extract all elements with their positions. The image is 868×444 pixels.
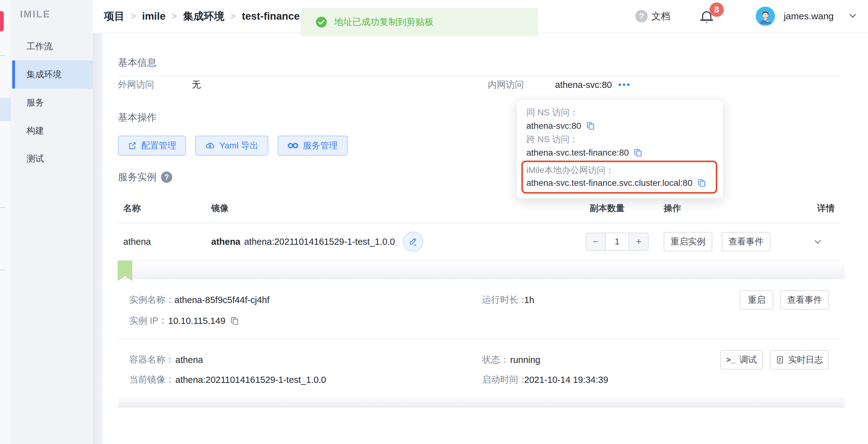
- external-access-value: 无: [192, 78, 201, 91]
- notification-badge: 8: [710, 2, 724, 17]
- breadcrumb: 项目 > imile > 集成环境 > test-finance: [104, 0, 300, 32]
- copy-same-ns-icon[interactable]: [586, 121, 596, 131]
- icon-rail: [0, 0, 11, 444]
- main-content: 基本信息 外网访问 无 内网访问 athena-svc:80 ••• 基本操作 …: [118, 0, 841, 444]
- breadcrumb-test-finance[interactable]: test-finance: [242, 10, 300, 22]
- user-menu-chevron-icon[interactable]: [847, 10, 858, 22]
- sidebar-item-integration-env[interactable]: 集成环境: [12, 61, 93, 89]
- same-ns-value: athena-svc:80: [526, 121, 581, 131]
- cross-ns-label: 跨 NS 访问：: [526, 133, 578, 145]
- instance-name-value: athena-85f9c5f44f-cj4hf: [175, 295, 270, 305]
- copy-cross-ns-icon[interactable]: [633, 148, 643, 158]
- live-logs-button[interactable]: 实时日志: [770, 350, 829, 370]
- restart-pod-button[interactable]: 重启: [740, 290, 773, 310]
- basic-info-row: 外网访问 无 内网访问 athena-svc:80 •••: [118, 76, 841, 94]
- button-label: 服务管理: [303, 140, 338, 151]
- sidebar-item-label: 服务: [27, 97, 44, 108]
- current-image-value: athena:20211014161529-1-test_1.0.0: [175, 375, 326, 385]
- local-access-highlight: iMile本地办公网访问： athena-svc.test-finance.sv…: [521, 161, 717, 194]
- app-logo: IMILE: [12, 0, 93, 20]
- breadcrumb-imile[interactable]: imile: [142, 10, 165, 22]
- row-actions: 重启实例 查看事件: [664, 232, 770, 251]
- sidebar-shadow: [93, 33, 103, 444]
- sidebar-menu: 工作流 集成环境 服务 构建 测试: [12, 32, 93, 173]
- sidebar-item-label: 构建: [27, 125, 44, 137]
- copy-success-toast: 地址已成功复制到剪贴板: [301, 8, 538, 36]
- container-name-value: athena: [175, 355, 203, 365]
- more-addresses-button[interactable]: •••: [618, 79, 631, 90]
- internal-access-value: athena-svc:80: [555, 80, 612, 90]
- sidebar-item-build[interactable]: 构建: [12, 116, 93, 145]
- sidebar-item-test[interactable]: 测试: [12, 145, 93, 173]
- brand-logo-mark: [0, 11, 4, 31]
- instance-name-label: 实例名称：: [129, 294, 175, 306]
- section-title-text: 基本操作: [118, 111, 157, 124]
- image-name-bold: athena: [211, 237, 240, 247]
- rail-divider: [0, 207, 5, 208]
- start-time-label: 启动时间：: [482, 374, 527, 386]
- debug-button[interactable]: >_ 调试: [720, 350, 763, 370]
- rail-divider: [0, 269, 5, 270]
- sidebar-item-label: 测试: [27, 153, 44, 165]
- col-name: 名称: [123, 202, 141, 214]
- instances-table-header: 名称 镜像 副本数量 操作 详情: [118, 200, 841, 217]
- breadcrumb-separator: >: [230, 11, 236, 21]
- local-access-value: athena-svc.test-finance.svc.cluster.loca…: [526, 178, 692, 188]
- replica-count[interactable]: 1: [606, 233, 629, 250]
- sidebar-item-label: 集成环境: [27, 69, 61, 80]
- image-tag: athena:20211014161529-1-test_1.0.0: [244, 237, 395, 247]
- yaml-export-button[interactable]: Yaml 导出: [195, 136, 268, 156]
- restart-instance-button[interactable]: 重启实例: [664, 232, 712, 251]
- pod-events-button[interactable]: 查看事件: [780, 290, 829, 310]
- section-title-text: 基本信息: [118, 56, 157, 69]
- cross-ns-value: athena-svc.test-finance:80: [526, 148, 629, 158]
- instance-detail-row-2: 实例 IP： 10.10.115.149: [118, 311, 841, 331]
- service-manage-button[interactable]: 服务管理: [278, 136, 348, 156]
- sidebar-item-service[interactable]: 服务: [12, 89, 93, 116]
- external-access-label: 外网访问: [118, 78, 154, 91]
- instance-ip-label: 实例 IP：: [129, 315, 167, 327]
- status-value: running: [510, 355, 540, 365]
- docs-link[interactable]: 文档: [651, 10, 670, 23]
- col-image: 镜像: [211, 202, 229, 214]
- replica-increase-button[interactable]: +: [629, 233, 648, 250]
- sidebar-item-workflow[interactable]: 工作流: [12, 32, 93, 61]
- button-label: 实时日志: [788, 354, 823, 366]
- local-access-label: iMile本地办公网访问：: [526, 164, 614, 176]
- view-events-button[interactable]: 查看事件: [722, 232, 770, 251]
- same-ns-label: 同 NS 访问：: [526, 107, 578, 118]
- divider: [118, 339, 841, 339]
- avatar-image: [756, 6, 775, 26]
- breadcrumb-separator: >: [131, 11, 136, 21]
- avatar[interactable]: [756, 6, 775, 26]
- container-detail-row-2: 当前镜像： athena:20211014161529-1-test_1.0.0…: [118, 370, 841, 390]
- row-shadow-band: [118, 261, 845, 279]
- breadcrumb-integration-env[interactable]: 集成环境: [183, 9, 224, 23]
- help-icon[interactable]: ?: [635, 10, 648, 23]
- breadcrumb-projects[interactable]: 项目: [104, 9, 124, 23]
- button-label: Yaml 导出: [219, 140, 259, 151]
- replica-decrease-button[interactable]: −: [586, 233, 606, 250]
- notifications-button[interactable]: 8: [698, 7, 716, 26]
- instance-table-row: athena athena athena:20211014161529-1-te…: [118, 223, 841, 260]
- config-manage-button[interactable]: 配置管理: [118, 136, 186, 156]
- toast-message: 地址已成功复制到剪贴板: [334, 16, 434, 28]
- instance-ip-wrap: 10.10.115.149: [168, 316, 240, 326]
- cloud-download-icon: [205, 141, 215, 150]
- success-check-icon: [315, 16, 327, 28]
- rail-selected-item[interactable]: [0, 98, 11, 121]
- current-image-label: 当前镜像：: [129, 374, 175, 386]
- container-name-label: 容器名称：: [129, 353, 175, 366]
- col-detail: 详情: [817, 202, 835, 214]
- user-name[interactable]: james.wang: [784, 11, 834, 22]
- instance-detail-row-1: 实例名称： athena-85f9c5f44f-cj4hf 运行时长： 1h 重…: [118, 290, 841, 310]
- expand-row-chevron-icon[interactable]: [812, 236, 823, 247]
- sidebar-item-label: 工作流: [27, 40, 53, 53]
- app-root: IMILE 工作流 集成环境 服务 构建 测试 项目 > imile > 集成环…: [0, 0, 868, 444]
- edit-image-button[interactable]: [403, 232, 423, 251]
- instances-help-icon[interactable]: ?: [161, 171, 172, 183]
- sidebar: IMILE 工作流 集成环境 服务 构建 测试: [12, 0, 93, 444]
- copy-local-access-icon[interactable]: [697, 178, 707, 188]
- copy-ip-icon[interactable]: [230, 316, 240, 326]
- internal-access-value-wrap: athena-svc:80 •••: [555, 79, 631, 90]
